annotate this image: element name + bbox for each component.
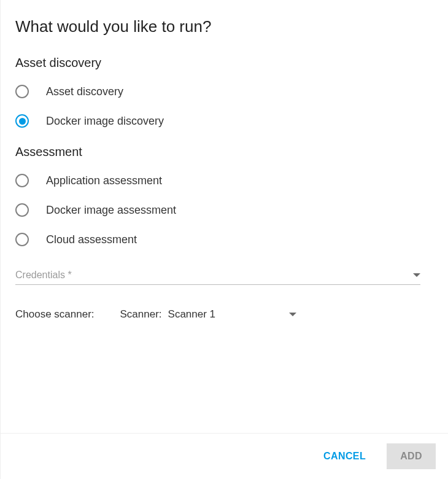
run-dialog: What would you like to run? Asset discov… (0, 0, 448, 479)
radio-application-assessment[interactable]: Application assessment (15, 174, 433, 187)
chevron-down-icon (413, 273, 420, 277)
dialog-title: What would you like to run? (15, 17, 433, 36)
cancel-button[interactable]: CANCEL (315, 445, 374, 468)
radio-cloud-assessment[interactable]: Cloud assessment (15, 233, 433, 246)
section-heading-asset-discovery: Asset discovery (15, 56, 433, 70)
radio-label: Application assessment (46, 174, 162, 187)
credentials-select[interactable]: Credentials * (15, 270, 420, 285)
radio-docker-image-assessment[interactable]: Docker image assessment (15, 203, 433, 217)
radio-asset-discovery[interactable]: Asset discovery (15, 85, 433, 98)
scanner-select-label: Scanner: (120, 308, 162, 321)
choose-scanner-label: Choose scanner: (15, 308, 95, 321)
radio-circle-selected-icon (15, 114, 29, 128)
radio-circle-icon (15, 203, 29, 217)
radio-circle-icon (15, 233, 29, 246)
add-button[interactable]: ADD (387, 443, 436, 469)
radio-label: Docker image discovery (46, 115, 164, 128)
radio-label: Docker image assessment (46, 204, 176, 217)
radio-label: Cloud assessment (46, 233, 137, 246)
radio-circle-icon (15, 174, 29, 187)
radio-docker-image-discovery[interactable]: Docker image discovery (15, 114, 433, 128)
radio-group-asset-discovery: Asset discovery Docker image discovery (15, 85, 433, 128)
chevron-down-icon[interactable] (289, 313, 296, 316)
radio-label: Asset discovery (46, 85, 123, 98)
credentials-label: Credentials * (15, 270, 72, 281)
radio-group-assessment: Application assessment Docker image asse… (15, 174, 433, 246)
radio-circle-icon (15, 85, 29, 98)
scanner-value[interactable]: Scanner 1 (168, 308, 216, 321)
section-heading-assessment: Assessment (15, 145, 433, 159)
dialog-actions: CANCEL ADD (1, 433, 448, 479)
scanner-row: Choose scanner: Scanner: Scanner 1 (15, 308, 433, 321)
